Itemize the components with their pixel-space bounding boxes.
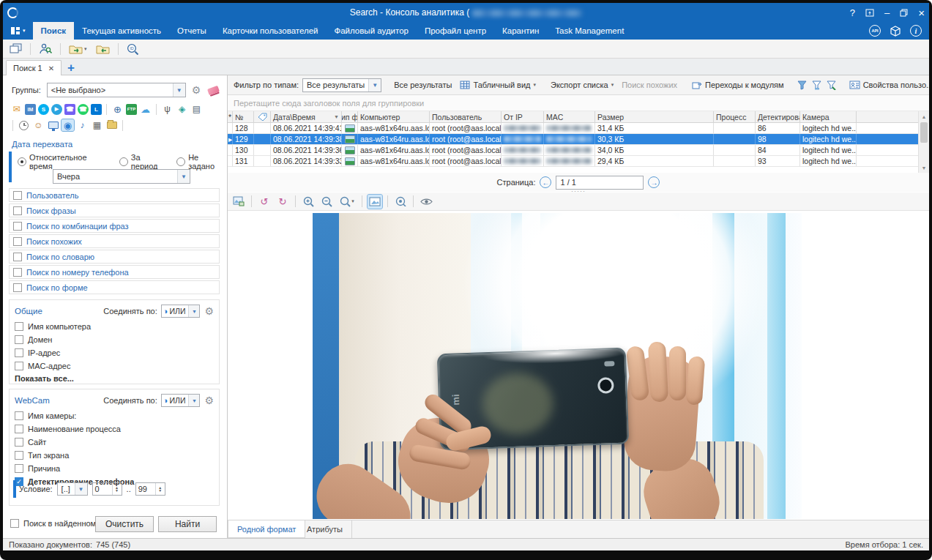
common-item[interactable]: MAC-адрес [15, 362, 214, 370]
webcam-item[interactable]: Тип экрана [15, 451, 214, 460]
close-icon[interactable]: × [918, 7, 925, 19]
table-scrollbar[interactable]: ▲ ▼ [918, 111, 929, 173]
telegram-icon[interactable]: ▶ [51, 104, 62, 115]
webcam-icon[interactable]: ◉ [61, 119, 74, 131]
filter-funnel-clear-icon[interactable] [811, 81, 822, 90]
checkbox[interactable] [13, 253, 22, 261]
join-by-select[interactable]: ◑ ИЛИ ▼ [161, 305, 201, 318]
table-row[interactable]: 130 08.06.2021 14:39:36 aas-w81x64ru.aas… [228, 145, 918, 156]
cloud-icon[interactable]: ☁ [139, 103, 152, 115]
checkbox[interactable] [10, 519, 19, 528]
condition-to-stepper[interactable]: 99▲▼ [135, 482, 165, 496]
all-results-button[interactable]: Все результаты [392, 79, 454, 91]
tab-task-management[interactable]: Task Management [547, 22, 632, 40]
checkbox[interactable] [13, 191, 22, 200]
checkbox[interactable] [15, 451, 23, 460]
header-num[interactable]: № [233, 111, 254, 122]
radio-not-set[interactable] [176, 157, 185, 166]
panel-dictionary[interactable]: Поиск по словарю [9, 250, 220, 264]
fit-to-window-icon[interactable] [368, 195, 382, 209]
checkbox[interactable] [15, 411, 23, 420]
panel-phone-number[interactable]: Поиск по номеру телефона [9, 265, 220, 279]
close-tab-icon[interactable]: ✕ [48, 64, 54, 72]
header-computer[interactable]: Компьютер [358, 111, 430, 122]
group-by-bar[interactable]: Перетащите сюда заголовок поля для групп… [228, 95, 929, 111]
filter-funnel-icon[interactable] [797, 81, 808, 90]
user-search-icon[interactable] [37, 42, 54, 56]
common-item[interactable]: Домен [15, 335, 214, 344]
usb-icon[interactable]: ψ [161, 103, 174, 115]
printer-icon[interactable]: ▤ [190, 103, 203, 115]
webcam-item[interactable]: Сайт [15, 438, 214, 447]
pin-window-icon[interactable] [865, 9, 874, 17]
next-page-icon[interactable]: → [648, 176, 660, 188]
tab-user-cards[interactable]: Карточки пользователей [215, 22, 327, 40]
scroll-down-icon[interactable]: ▼ [919, 163, 929, 173]
webcam-item[interactable]: Причина [15, 464, 214, 473]
whatsapp-icon[interactable]: ☎ [78, 104, 89, 115]
checkbox[interactable] [13, 222, 22, 231]
search-in-found[interactable]: Поиск в найденном [10, 519, 96, 528]
period-select[interactable]: Вчера ▼ [53, 169, 190, 184]
skype-icon[interactable]: S [38, 104, 49, 115]
checkbox[interactable] [15, 335, 23, 344]
export-search-icon[interactable]: ▾ [67, 42, 89, 56]
lync-icon[interactable]: L [91, 104, 102, 115]
header-user[interactable]: Пользователь [430, 111, 502, 122]
checkbox[interactable] [13, 268, 22, 277]
app-menu-button[interactable]: ▾ [3, 22, 33, 40]
keylogger-icon[interactable]: ▦ [91, 119, 103, 131]
find-button[interactable]: Найти [158, 516, 217, 532]
user-activity-icon[interactable]: ☺ [32, 119, 45, 131]
prev-page-icon[interactable]: ← [540, 176, 551, 188]
table-row[interactable]: 128 08.06.2021 14:39:41 aas-w81x64ru.aas… [228, 123, 918, 134]
condition-op-select[interactable]: [..] ▼ [57, 482, 88, 496]
rotate-left-icon[interactable]: ↺ [257, 195, 272, 209]
filter-funnel-edit-icon[interactable] [826, 81, 837, 90]
checkbox[interactable] [15, 464, 23, 473]
tab-file-auditor[interactable]: Файловый аудитор [326, 22, 417, 40]
import-search-icon[interactable] [94, 42, 112, 56]
cascade-windows-icon[interactable] [7, 42, 24, 56]
tab-attributes[interactable]: Атрибуты [298, 520, 352, 538]
api-icon[interactable]: API [869, 25, 881, 37]
radio-relative-time[interactable] [18, 157, 26, 166]
groups-settings-icon[interactable]: ⚙ [192, 85, 201, 95]
http-icon[interactable]: ⊕ [111, 103, 124, 115]
show-all-link[interactable]: Показать все... [15, 374, 214, 383]
panel-phrase-combo[interactable]: Поиск по комбинации фраз [9, 219, 220, 233]
panel-phrase-search[interactable]: Поиск фразы [9, 204, 220, 217]
header-from-ip[interactable]: От IP [502, 111, 544, 122]
monitor-icon[interactable] [47, 119, 59, 131]
tab-native-format[interactable]: Родной формат [228, 520, 305, 538]
zoom-level-icon[interactable]: ▾ [338, 195, 357, 209]
ftp-icon[interactable]: FTP [126, 104, 137, 115]
restore-icon[interactable] [900, 9, 908, 17]
table-row-selected[interactable]: ▸ 129 08.06.2021 14:39:38 aas-w81x64ru.a… [228, 134, 918, 145]
webcam-item[interactable]: Имя камеры: [15, 411, 214, 420]
filter-type-select[interactable]: Все результаты ▼ [302, 78, 381, 92]
mail-icon[interactable]: ✉ [10, 103, 23, 115]
doc-tab-search1[interactable]: Поиск 1 ✕ [6, 60, 61, 75]
radio-period[interactable] [119, 157, 128, 166]
user-properties-button[interactable]: Свойства пользо... [847, 79, 929, 91]
panel-similar[interactable]: Поиск похожих [9, 234, 220, 248]
condition-from-stepper[interactable]: 0▲▼ [92, 482, 122, 496]
checkbox[interactable] [15, 425, 23, 433]
minimize-icon[interactable]: – [884, 7, 890, 18]
groups-select[interactable]: <Не выбрано> ▼ [47, 83, 186, 97]
tab-profile-center[interactable]: Профайл центр [417, 22, 494, 40]
export-list-button[interactable]: Экспорт списка▾ [548, 79, 616, 91]
tab-reports[interactable]: Отчеты [169, 22, 215, 40]
viber-icon[interactable]: ☎ [64, 104, 75, 115]
panel-form[interactable]: Поиск по форме [9, 280, 220, 294]
zoom-out-icon[interactable] [319, 195, 334, 209]
header-size[interactable]: Размер [595, 111, 714, 122]
checkbox[interactable] [15, 322, 23, 331]
tab-current-activity[interactable]: Текущая активность [74, 22, 169, 40]
common-item[interactable]: Имя компьютера [15, 322, 214, 331]
files-icon[interactable] [105, 119, 118, 131]
checkbox[interactable] [13, 206, 22, 215]
snapshot-export-icon[interactable] [393, 195, 408, 209]
device-search-icon[interactable]: ◈ [176, 103, 188, 115]
